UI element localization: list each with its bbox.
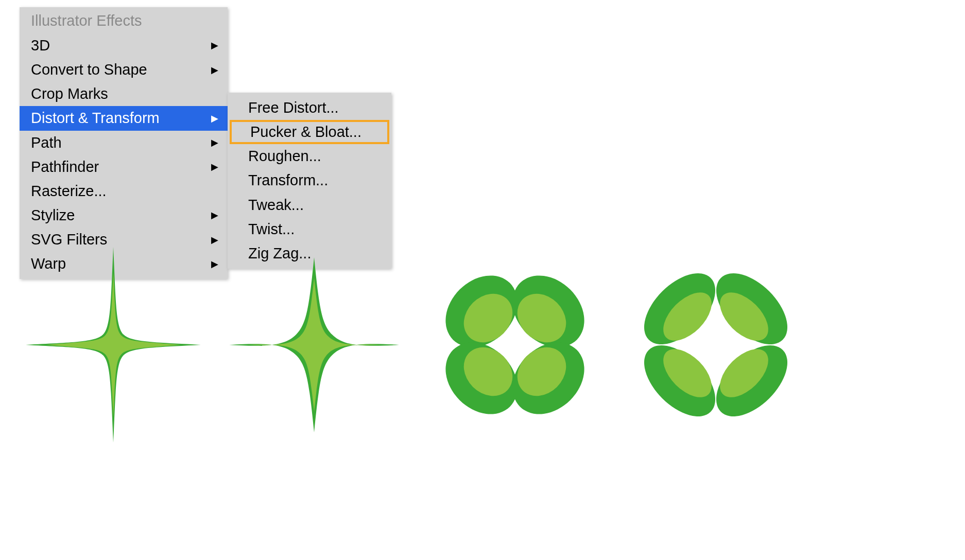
example-shapes-row: [21, 242, 808, 448]
submenu-item-roughen[interactable]: Roughen...: [228, 144, 391, 168]
submenu-item-label: Pucker & Bloat...: [250, 124, 361, 140]
menu-item-label: Distort & Transform: [31, 108, 160, 128]
menu-item-path[interactable]: Path ▶: [20, 131, 228, 155]
submenu-item-label: Twist...: [248, 221, 295, 237]
menu-item-rasterize[interactable]: Rasterize...: [20, 179, 228, 203]
bloat-shape-1: [422, 242, 608, 448]
submenu-item-label: Roughen...: [248, 148, 321, 164]
effects-menu: Illustrator Effects 3D ▶ Convert to Shap…: [20, 7, 228, 279]
submenu-arrow-icon: ▶: [211, 136, 218, 149]
submenu-item-label: Free Distort...: [248, 99, 339, 116]
submenu-arrow-icon: ▶: [211, 161, 218, 173]
menu-item-stylize[interactable]: Stylize ▶: [20, 203, 228, 227]
menu-item-label: Convert to Shape: [31, 60, 147, 80]
submenu-item-tweak[interactable]: Tweak...: [228, 193, 391, 217]
menu-header: Illustrator Effects: [20, 10, 228, 33]
submenu-arrow-icon: ▶: [211, 39, 218, 51]
submenu-item-pucker-bloat[interactable]: Pucker & Bloat...: [230, 120, 389, 144]
menu-item-pathfinder[interactable]: Pathfinder ▶: [20, 155, 228, 179]
menu-item-label: Rasterize...: [31, 181, 107, 201]
pucker-shape-2: [221, 242, 407, 448]
menu-item-label: 3D: [31, 36, 50, 56]
menu-item-convert-to-shape[interactable]: Convert to Shape ▶: [20, 58, 228, 82]
menu-item-label: Stylize: [31, 205, 75, 225]
submenu-arrow-icon: ▶: [211, 209, 218, 221]
menu-item-distort-transform[interactable]: Distort & Transform ▶: [20, 106, 228, 130]
submenu-arrow-icon: ▶: [211, 112, 218, 125]
menu-item-label: Crop Marks: [31, 84, 108, 104]
bloat-shape-2: [623, 242, 808, 448]
submenu-arrow-icon: ▶: [211, 64, 218, 76]
menu-item-crop-marks[interactable]: Crop Marks: [20, 82, 228, 106]
submenu-item-label: Tweak...: [248, 197, 304, 213]
submenu-item-label: Transform...: [248, 172, 328, 188]
submenu-item-twist[interactable]: Twist...: [228, 217, 391, 241]
pucker-shape-1: [21, 242, 206, 448]
menu-item-label: Pathfinder: [31, 157, 99, 177]
menu-item-label: Path: [31, 133, 62, 153]
submenu-item-transform[interactable]: Transform...: [228, 168, 391, 192]
menu-item-3d[interactable]: 3D ▶: [20, 33, 228, 58]
submenu-item-free-distort[interactable]: Free Distort...: [228, 96, 391, 120]
